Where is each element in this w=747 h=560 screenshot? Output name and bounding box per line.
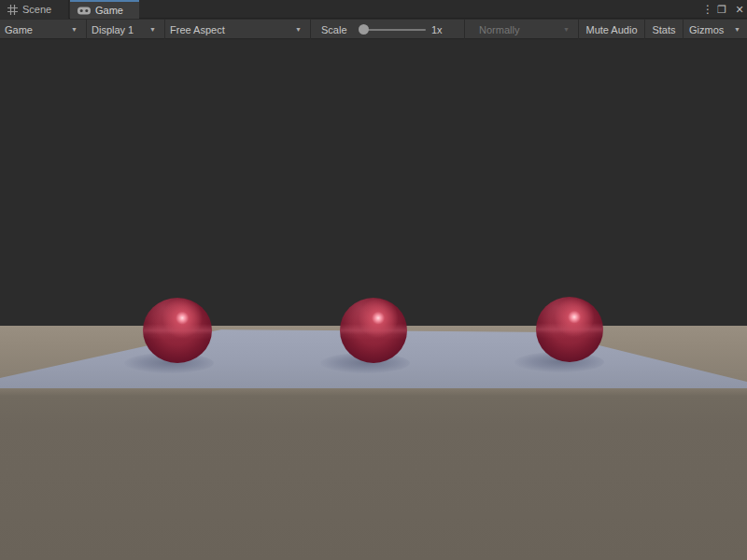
display-dropdown[interactable]: Display 1 ▼ (87, 20, 165, 39)
chevron-down-icon: ▼ (563, 26, 570, 33)
mute-audio-button[interactable]: Mute Audio (578, 20, 644, 39)
tab-scene-label: Scene (22, 4, 51, 15)
chevron-down-icon: ▼ (734, 26, 740, 33)
scale-slider[interactable] (359, 20, 428, 39)
red-sphere (143, 298, 212, 363)
tab-bar: Scene Game ⋮ ❐ ✕ (0, 0, 747, 19)
chevron-down-icon: ▼ (295, 26, 302, 33)
kebab-menu-icon[interactable]: ⋮ (702, 3, 710, 16)
grid-icon (7, 5, 18, 15)
tab-game-label: Game (95, 5, 123, 16)
view-mode-dropdown[interactable]: Game ▼ (0, 20, 87, 39)
sky-gradient (0, 40, 747, 327)
game-viewport[interactable] (0, 40, 747, 560)
game-view-toolbar: Game ▼ Display 1 ▼ Free Aspect ▼ Scale 1… (0, 20, 747, 39)
gamepad-icon (78, 7, 91, 15)
red-sphere (536, 297, 603, 362)
slider-track (366, 29, 426, 31)
slider-knob[interactable] (359, 24, 369, 35)
stats-button[interactable]: Stats (644, 20, 683, 39)
red-sphere (340, 298, 407, 363)
chevron-down-icon: ▼ (71, 26, 78, 33)
play-mode-dropdown[interactable]: Normally ▼ (464, 20, 578, 39)
scale-value: 1x (431, 20, 459, 39)
scale-label: Scale (316, 20, 359, 39)
window-controls: ⋮ ❐ ✕ (702, 0, 745, 19)
unity-game-view-window: Scene Game ⋮ ❐ ✕ Game ▼ Display 1 ▼ (0, 0, 747, 560)
aspect-ratio-dropdown[interactable]: Free Aspect ▼ (165, 20, 311, 39)
maximize-icon[interactable]: ❐ (716, 4, 727, 16)
gizmos-dropdown-button[interactable]: Gizmos ▼ (683, 20, 747, 39)
chevron-down-icon: ▼ (149, 26, 156, 33)
close-icon[interactable]: ✕ (734, 4, 745, 16)
tab-scene[interactable]: Scene (0, 0, 69, 19)
tab-game[interactable]: Game (70, 0, 139, 19)
